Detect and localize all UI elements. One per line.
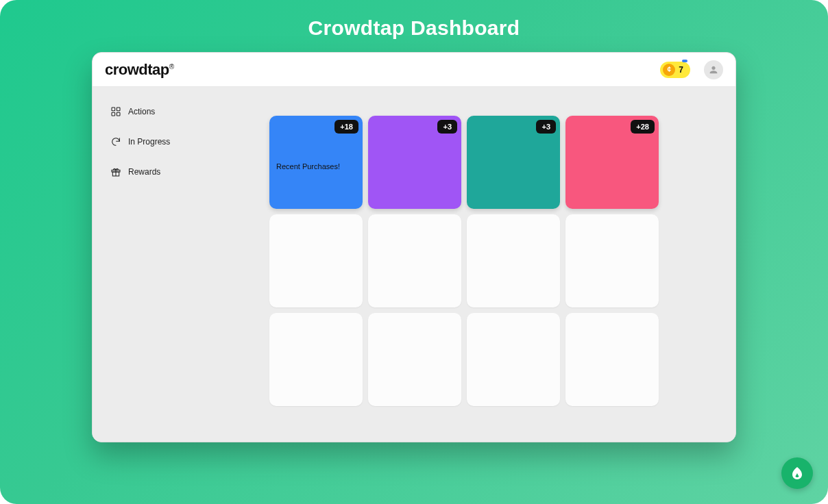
- action-tile[interactable]: [269, 214, 363, 307]
- points-badge: +3: [536, 120, 556, 134]
- sidebar-item-label: Rewards: [128, 167, 160, 177]
- points-badge: +28: [631, 120, 655, 134]
- points-badge: +18: [334, 120, 358, 134]
- sidebar-item-in-progress[interactable]: In Progress: [106, 136, 194, 147]
- gift-icon: [110, 166, 121, 177]
- corner-badge[interactable]: [781, 457, 813, 489]
- page-title: Crowdtap Dashboard: [0, 16, 828, 40]
- tile-label: Recent Purchases!: [276, 162, 340, 171]
- points-badge: +3: [437, 120, 457, 134]
- coin-counter[interactable]: ¢ 7: [660, 62, 690, 78]
- action-tile[interactable]: [368, 313, 461, 406]
- action-tile[interactable]: +3: [368, 116, 461, 209]
- sidebar: Actions In Progress Rewards: [102, 97, 198, 432]
- topbar: crowdtap® ¢ 7: [93, 53, 735, 87]
- main-panel: +18Recent Purchases!+3+3+28: [208, 97, 726, 432]
- svg-rect-3: [117, 112, 120, 116]
- coin-count: 7: [679, 65, 683, 75]
- tile-grid: +18Recent Purchases!+3+3+28: [269, 116, 659, 406]
- leaf-icon: [789, 465, 805, 481]
- window-body: Actions In Progress Rewards +18Recent Pu…: [93, 87, 735, 442]
- svg-rect-0: [112, 108, 115, 111]
- refresh-icon: [110, 136, 121, 147]
- action-tile[interactable]: [565, 214, 659, 307]
- action-tile[interactable]: +18Recent Purchases!: [269, 116, 363, 209]
- coin-icon: ¢: [663, 64, 675, 76]
- sidebar-item-actions[interactable]: Actions: [106, 106, 194, 117]
- sidebar-item-rewards[interactable]: Rewards: [106, 166, 194, 177]
- action-tile[interactable]: [368, 214, 461, 307]
- action-tile[interactable]: [269, 313, 363, 406]
- sidebar-item-label: In Progress: [128, 137, 170, 147]
- action-tile[interactable]: +3: [467, 116, 560, 209]
- action-tile[interactable]: [467, 214, 560, 307]
- svg-rect-2: [112, 112, 115, 116]
- sidebar-item-label: Actions: [128, 107, 155, 116]
- grid-icon: [110, 106, 121, 117]
- app-window: crowdtap® ¢ 7 Actions In Progress: [92, 52, 736, 442]
- svg-rect-1: [117, 108, 120, 111]
- brand-name: crowdtap: [105, 61, 169, 78]
- brand-registered: ®: [169, 62, 174, 70]
- action-tile[interactable]: [467, 313, 560, 406]
- action-tile[interactable]: +28: [565, 116, 659, 209]
- user-icon: [708, 64, 719, 75]
- page-background: Crowdtap Dashboard crowdtap® ¢ 7 Actions: [0, 0, 828, 504]
- brand-logo[interactable]: crowdtap®: [105, 61, 174, 79]
- action-tile[interactable]: [565, 313, 659, 406]
- user-avatar[interactable]: [704, 60, 723, 79]
